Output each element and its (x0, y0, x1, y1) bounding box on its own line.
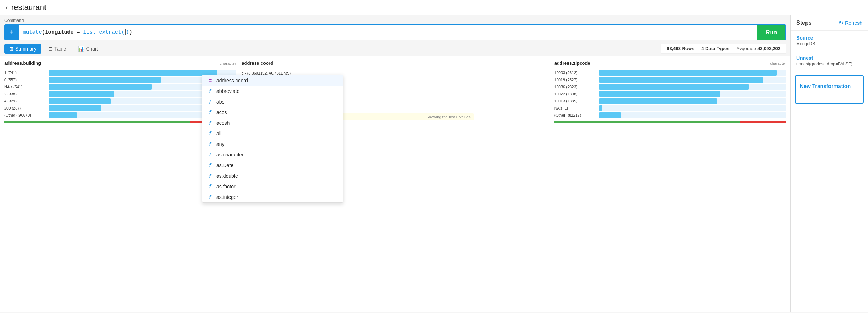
bar-fill (599, 91, 721, 97)
bar-label: (Other) (90670) (4, 113, 47, 117)
command-input[interactable]: mutate(longitude = list_extract()) (19, 26, 757, 39)
step-unnest[interactable]: Unnest unnest(grades, .drop=FALSE) (791, 51, 868, 71)
stats-bar: 93,463 Rows 4 Data Types Avgerage 42,092… (661, 44, 786, 54)
bar-row: 1 (741) (4, 70, 236, 76)
column-name-zipcode: address.zipcode (554, 60, 590, 66)
page-title: restaurant (11, 3, 46, 12)
bar-fill (599, 84, 749, 90)
tabs-bar: ⊞ Summary ⊟ Table 📊 Chart 93,463 Rows 4 … (0, 42, 790, 56)
back-button[interactable]: ‹ (6, 4, 8, 11)
right-header: Steps ↻ Refresh (791, 15, 868, 31)
dropdown-label: all (216, 131, 221, 136)
bar-label: 2 (338) (4, 92, 47, 96)
dropdown-item-as-character[interactable]: f as.character (202, 149, 343, 160)
dropdown-item-acosh[interactable]: f acosh (202, 118, 343, 128)
column-card-zipcode: address.zipcode character 10003 (2612) 1… (554, 60, 786, 123)
summary-icon: ⊞ (9, 46, 13, 52)
dropdown-item-abs[interactable]: f abs (202, 96, 343, 107)
step-unnest-desc: unnest(grades, .drop=FALSE) (796, 61, 862, 66)
dropdown-label: address.coord (216, 78, 248, 83)
column-card-spacer (479, 60, 549, 123)
dropdown-label: as.character (216, 152, 244, 158)
bar-container (599, 77, 786, 83)
bar-fill (599, 70, 777, 76)
cmd-mutate: mutate (23, 29, 42, 35)
autocomplete-dropdown: = address.coord f abbreviate f abs f aco… (202, 75, 343, 203)
command-label: Command (4, 18, 786, 23)
bar-fill (49, 98, 111, 104)
bar-container (599, 105, 786, 111)
bar-label: 1 (741) (4, 71, 47, 75)
dropdown-item-as-double[interactable]: f as.double (202, 171, 343, 181)
bar-label: 10003 (2612) (554, 71, 597, 75)
bar-row: 2 (338) (4, 91, 236, 97)
bar-fill (599, 105, 603, 111)
f-icon: f (207, 99, 213, 105)
f-icon: f (207, 120, 213, 126)
column-header-coord: address.coord (242, 60, 473, 67)
bar-row: 10019 (2527) (554, 77, 786, 83)
types-value: 4 Data Types (701, 46, 729, 51)
plus-icon: + (10, 29, 14, 36)
add-step-button[interactable]: + (5, 25, 19, 40)
dropdown-label: abs (216, 99, 225, 105)
bar-row: (Other) (82217) (554, 112, 786, 118)
bar-container (599, 91, 786, 97)
dropdown-item-as-date[interactable]: f as.Date (202, 160, 343, 171)
top-bar: ‹ restaurant (0, 0, 868, 15)
run-button[interactable]: Run (757, 25, 785, 40)
bar-fill (49, 105, 101, 111)
bar-fill (49, 84, 152, 90)
bar-row: 10013 (1885) (554, 98, 786, 104)
bar-container (599, 112, 786, 118)
new-transformation-label: New Transformation (800, 83, 859, 89)
bar-label: 10022 (1898) (554, 92, 597, 96)
step-source-desc: MongoDB (796, 41, 862, 46)
column-card-building: address.building character 1 (741) 0 (55… (4, 60, 236, 123)
bar-row: 200 (287) (4, 105, 236, 111)
dropdown-item-all[interactable]: f all (202, 128, 343, 139)
tab-summary[interactable]: ⊞ Summary (4, 44, 41, 54)
dropdown-label: as.Date (216, 163, 233, 168)
f-icon: f (207, 152, 213, 158)
refresh-label: Refresh (845, 20, 862, 26)
f-icon: f (207, 163, 213, 168)
f-icon: f (207, 110, 213, 115)
dropdown-item-any[interactable]: f any (202, 139, 343, 149)
tab-table[interactable]: ⊟ Table (43, 44, 71, 54)
rows-value: 93,463 Rows (667, 46, 694, 51)
refresh-button[interactable]: ↻ Refresh (839, 19, 862, 26)
average-label: Avgerage (737, 46, 756, 51)
text-cursor (125, 29, 126, 35)
rows-stat: 93,463 Rows (667, 46, 694, 51)
dropdown-label: acos (216, 110, 227, 115)
dropdown-item-as-integer[interactable]: f as.integer (202, 192, 343, 202)
column-name-building: address.building (4, 60, 41, 66)
bar-row: NA's (541) (4, 84, 236, 90)
bar-label: 200 (287) (4, 106, 47, 110)
tab-summary-label: Summary (15, 46, 36, 52)
dropdown-item-acos[interactable]: f acos (202, 107, 343, 118)
new-transformation[interactable]: New Transformation (795, 75, 864, 104)
refresh-icon: ↻ (839, 19, 843, 26)
data-area: address.building character 1 (741) 0 (55… (0, 56, 790, 312)
step-source[interactable]: Source MongoDB (791, 31, 868, 51)
f-icon: f (207, 131, 213, 136)
column-header-building: address.building character (4, 60, 236, 67)
average-value: 42,092,202 (757, 46, 780, 51)
column-header-zipcode: address.zipcode character (554, 60, 786, 67)
bottom-bar (4, 121, 236, 123)
tab-chart-label: Chart (86, 46, 98, 52)
dropdown-item-abbreviate[interactable]: f abbreviate (202, 86, 343, 96)
bar-label: 10019 (2527) (554, 78, 597, 82)
bar-label: NA's (541) (4, 85, 47, 89)
dropdown-label: as.factor (216, 184, 236, 189)
dropdown-item-as-factor[interactable]: f as.factor (202, 181, 343, 192)
bar-fill (49, 70, 217, 76)
tab-chart[interactable]: 📊 Chart (73, 44, 103, 54)
dropdown-label: acosh (216, 120, 230, 126)
bar-row: 10036 (2323) (554, 84, 786, 90)
dropdown-item-address-coord[interactable]: = address.coord (202, 75, 343, 86)
command-bar: + mutate(longitude = list_extract()) Run (4, 24, 786, 40)
bar-fill (49, 91, 114, 97)
